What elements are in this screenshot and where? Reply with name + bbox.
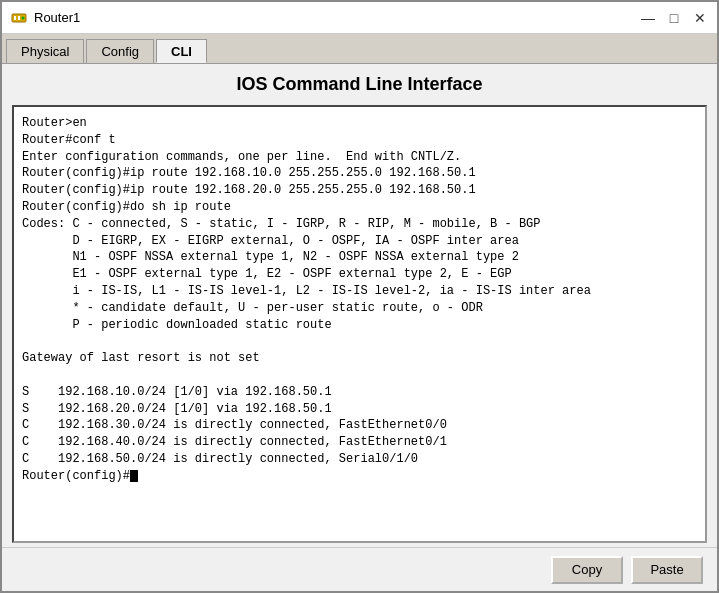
title-bar: Router1 — □ ✕ [2,2,717,34]
title-bar-left: Router1 [10,9,80,27]
close-button[interactable]: ✕ [691,9,709,27]
paste-button[interactable]: Paste [631,556,703,584]
bottom-bar: Copy Paste [2,547,717,591]
terminal-cursor [130,470,138,482]
window-title: Router1 [34,10,80,25]
router-app-icon [10,9,28,27]
svg-rect-2 [18,16,20,20]
svg-point-3 [22,16,25,19]
tab-physical[interactable]: Physical [6,39,84,63]
tab-bar: Physical Config CLI [2,34,717,64]
minimize-button[interactable]: — [639,9,657,27]
page-title: IOS Command Line Interface [2,64,717,101]
maximize-button[interactable]: □ [665,9,683,27]
tab-config[interactable]: Config [86,39,154,63]
title-bar-controls: — □ ✕ [639,9,709,27]
terminal-area: Router>en Router#conf t Enter configurat… [12,105,707,543]
copy-button[interactable]: Copy [551,556,623,584]
tab-cli[interactable]: CLI [156,39,207,63]
router-window: Router1 — □ ✕ Physical Config CLI IOS Co… [0,0,719,593]
svg-rect-1 [14,16,16,20]
terminal-output[interactable]: Router>en Router#conf t Enter configurat… [14,107,705,541]
